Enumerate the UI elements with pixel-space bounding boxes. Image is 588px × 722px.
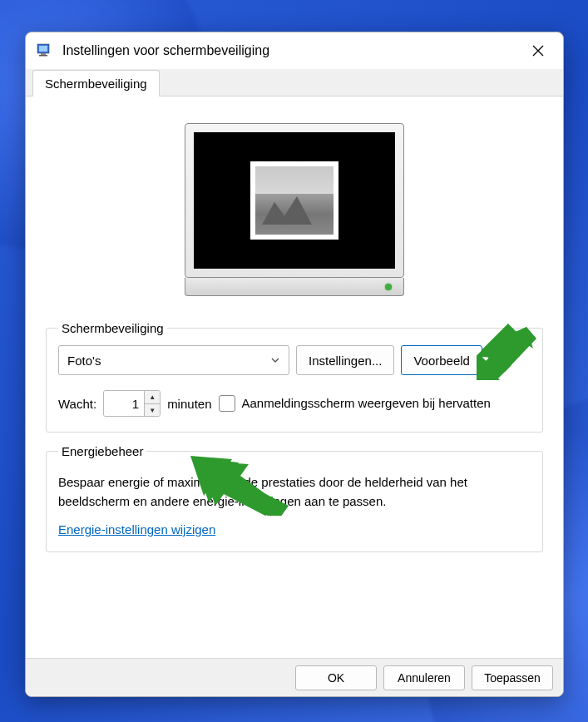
wait-minutes-spinner[interactable]: ▲ ▼ [103,390,161,417]
screensaver-legend: Schermbeveiliging [58,321,167,335]
dialog-footer: OK Annuleren Toepassen [26,658,563,696]
photo-thumbnail-frame [250,161,338,240]
settings-button-label: Instellingen... [309,354,382,368]
ok-button[interactable]: OK [295,665,377,690]
cancel-button-label: Annuleren [398,671,451,685]
screensaver-group: Schermbeveiliging Foto's Instellingen...… [46,321,543,433]
monitor-base [185,278,404,296]
power-legend: Energiebeheer [58,444,146,458]
monitor-graphic [185,123,404,296]
chevron-down-icon [270,354,280,368]
screensaver-select-value: Foto's [67,354,101,368]
monitor-frame [185,123,404,278]
screensaver-select[interactable]: Foto's [58,345,289,375]
preview-button-label: Voorbeeld [413,354,470,368]
screensaver-settings-dialog: Instellingen voor schermbeveiliging Sche… [25,32,564,697]
monitor-screen [194,132,395,269]
logon-resume-checkbox[interactable] [219,395,235,412]
wait-label: Wacht: [58,397,96,411]
monitor-preview [46,113,543,321]
power-management-group: Energiebeheer Bespaar energie of maximal… [46,444,543,552]
photo-thumbnail-icon [255,166,334,235]
spinner-up-button[interactable]: ▲ [145,391,160,403]
power-settings-link[interactable]: Energie-instellingen wijzigen [58,522,215,537]
logon-resume-label: Aanmeldingsscherm weergeven bij hervatte… [242,396,491,412]
power-led-icon [385,284,392,290]
tab-screensaver[interactable]: Schermbeveiliging [32,70,160,96]
minutes-label: minuten [167,397,211,411]
app-icon [36,42,54,60]
power-description: Bespaar energie of maximaliseer de prest… [58,473,531,511]
svg-rect-3 [39,55,47,57]
close-icon [532,45,544,57]
close-button[interactable] [520,37,556,64]
apply-button[interactable]: Toepassen [472,665,553,690]
dialog-body: Schermbeveiliging Foto's Instellingen...… [26,96,563,658]
tab-label: Schermbeveiliging [45,77,147,91]
cancel-button[interactable]: Annuleren [383,665,465,690]
svg-rect-1 [39,46,47,52]
titlebar: Instellingen voor schermbeveiliging [26,32,563,69]
settings-button[interactable]: Instellingen... [296,345,394,375]
wait-minutes-input[interactable] [104,391,144,416]
svg-rect-2 [41,53,46,55]
window-title: Instellingen voor schermbeveiliging [62,43,520,58]
preview-button[interactable]: Voorbeeld [401,345,482,375]
apply-button-label: Toepassen [484,671,541,685]
spinner-down-button[interactable]: ▼ [145,403,160,416]
tab-strip: Schermbeveiliging [26,69,563,96]
ok-button-label: OK [328,671,344,685]
